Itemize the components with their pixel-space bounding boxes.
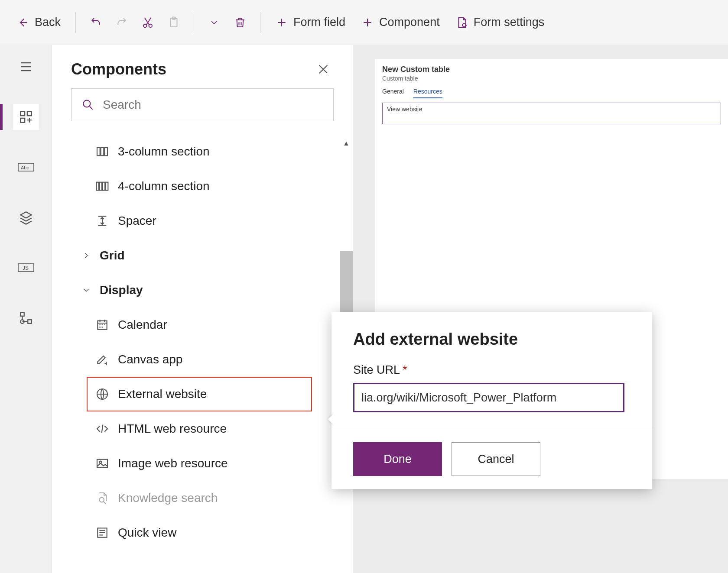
svg-rect-12 bbox=[20, 312, 24, 316]
calendar-icon bbox=[95, 318, 109, 332]
back-label: Back bbox=[35, 16, 61, 29]
image-icon bbox=[95, 456, 109, 470]
undo-button[interactable] bbox=[84, 10, 108, 35]
canvas-area: New Custom table Custom table General Re… bbox=[353, 45, 728, 573]
search-icon bbox=[81, 98, 95, 112]
undo-icon bbox=[89, 16, 102, 29]
svg-rect-17 bbox=[101, 148, 104, 156]
svg-rect-21 bbox=[103, 182, 105, 191]
quick-view-icon bbox=[95, 526, 109, 540]
component-label: Spacer bbox=[118, 214, 156, 228]
hamburger-button[interactable] bbox=[13, 54, 39, 80]
group-display[interactable]: Display bbox=[71, 273, 327, 308]
add-external-website-callout: Add external website Site URL* Done Canc… bbox=[332, 312, 652, 489]
rail-components[interactable] bbox=[13, 104, 39, 130]
components-panel: Components ▲ 3-column section bbox=[52, 45, 353, 573]
close-icon bbox=[316, 62, 330, 76]
component-calendar[interactable]: Calendar bbox=[71, 308, 327, 342]
component-html-web-resource[interactable]: HTML web resource bbox=[71, 411, 327, 446]
group-grid[interactable]: Grid bbox=[71, 238, 327, 273]
component-label: Component bbox=[379, 16, 440, 29]
site-url-input[interactable] bbox=[353, 383, 624, 412]
component-knowledge-search: Knowledge search bbox=[71, 481, 327, 515]
form-field-label: Form field bbox=[293, 16, 345, 29]
cut-button[interactable] bbox=[136, 10, 160, 35]
svg-point-1 bbox=[149, 24, 153, 27]
search-input[interactable] bbox=[103, 98, 324, 112]
add-component-button[interactable]: Component bbox=[354, 10, 447, 35]
canvas-section-label: View website bbox=[387, 106, 422, 113]
svg-rect-6 bbox=[27, 111, 31, 116]
canvas-tab-general[interactable]: General bbox=[382, 88, 404, 98]
hamburger-icon bbox=[18, 59, 34, 74]
redo-icon bbox=[115, 16, 128, 29]
svg-point-15 bbox=[83, 100, 90, 107]
search-box[interactable] bbox=[71, 88, 334, 121]
component-label: Image web resource bbox=[118, 456, 228, 470]
rail-layers[interactable] bbox=[13, 204, 39, 230]
component-image-web-resource[interactable]: Image web resource bbox=[71, 446, 327, 481]
spacer-icon bbox=[95, 214, 109, 228]
component-label: Knowledge search bbox=[118, 491, 218, 505]
components-icon bbox=[19, 110, 33, 124]
canvas-tab-resources[interactable]: Resources bbox=[413, 88, 442, 98]
canvas-title: New Custom table bbox=[382, 65, 721, 74]
plus-icon bbox=[275, 16, 288, 29]
code-icon bbox=[95, 422, 109, 436]
paste-icon bbox=[167, 16, 180, 29]
callout-title: Add external website bbox=[353, 330, 630, 349]
top-toolbar: Back Form field Component Form settings bbox=[0, 0, 728, 45]
svg-point-27 bbox=[99, 498, 104, 502]
columns-3-icon bbox=[95, 145, 109, 159]
left-rail: Abc JS bbox=[0, 45, 52, 573]
cut-icon bbox=[141, 16, 154, 29]
component-3-column-section[interactable]: 3-column section bbox=[71, 134, 327, 169]
trash-icon bbox=[234, 16, 247, 29]
main-area: Abc JS Components ▲ bbox=[0, 45, 728, 573]
svg-point-0 bbox=[143, 24, 147, 27]
rail-js[interactable]: JS bbox=[13, 255, 39, 281]
more-dropdown[interactable] bbox=[202, 10, 226, 35]
knowledge-search-icon bbox=[95, 491, 109, 505]
layers-icon bbox=[19, 210, 33, 225]
canvas-subtitle: Custom table bbox=[382, 75, 721, 82]
plus-icon bbox=[361, 16, 374, 29]
group-label: Display bbox=[100, 283, 143, 297]
paste-button[interactable] bbox=[162, 10, 186, 35]
separator bbox=[194, 12, 194, 33]
done-button[interactable]: Done bbox=[353, 442, 442, 476]
cancel-button[interactable]: Cancel bbox=[452, 442, 540, 476]
back-button[interactable]: Back bbox=[10, 10, 68, 35]
add-form-field-button[interactable]: Form field bbox=[268, 10, 352, 35]
svg-point-4 bbox=[462, 23, 466, 27]
svg-rect-19 bbox=[97, 182, 99, 191]
chevron-down-icon bbox=[81, 285, 91, 295]
columns-4-icon bbox=[95, 179, 109, 193]
separator bbox=[75, 12, 76, 33]
component-label: External website bbox=[118, 387, 207, 401]
js-icon: JS bbox=[17, 261, 35, 274]
component-canvas-app[interactable]: Canvas app bbox=[71, 342, 327, 377]
component-quick-view[interactable]: Quick view bbox=[71, 515, 327, 550]
rail-tree[interactable] bbox=[13, 305, 39, 331]
component-label: HTML web resource bbox=[118, 422, 227, 436]
svg-rect-25 bbox=[97, 460, 107, 468]
svg-rect-5 bbox=[20, 111, 25, 116]
svg-rect-13 bbox=[28, 320, 32, 324]
component-external-website[interactable]: External website bbox=[87, 377, 312, 411]
redo-button[interactable] bbox=[110, 10, 134, 35]
separator bbox=[260, 12, 260, 33]
svg-rect-7 bbox=[20, 118, 25, 123]
rail-abc[interactable]: Abc bbox=[13, 154, 39, 180]
canvas-section-view-website[interactable]: View website bbox=[382, 103, 721, 124]
panel-close-button[interactable] bbox=[313, 59, 334, 80]
component-4-column-section[interactable]: 4-column section bbox=[71, 169, 327, 204]
component-spacer[interactable]: Spacer bbox=[71, 204, 327, 238]
abc-icon: Abc bbox=[17, 161, 35, 174]
svg-text:Abc: Abc bbox=[21, 165, 29, 170]
delete-button[interactable] bbox=[228, 10, 252, 35]
form-settings-icon bbox=[455, 16, 468, 29]
form-settings-button[interactable]: Form settings bbox=[448, 10, 552, 35]
chevron-right-icon bbox=[81, 251, 91, 260]
scroll-up-icon[interactable]: ▲ bbox=[340, 139, 353, 148]
